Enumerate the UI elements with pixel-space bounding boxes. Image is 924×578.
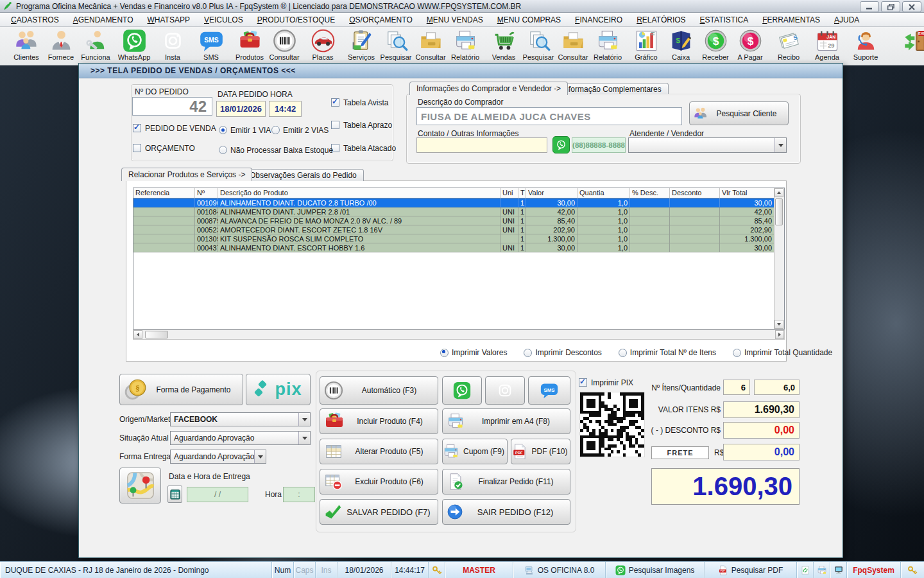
toolbar-relatorio-os[interactable]: Relatório — [448, 28, 483, 62]
order-time-field[interactable]: 14:42 — [269, 101, 302, 117]
status-recycle[interactable] — [797, 562, 814, 578]
status-keys[interactable] — [901, 562, 924, 578]
imprimir-descontos-radio[interactable] — [524, 349, 532, 357]
col-t[interactable]: T — [518, 188, 526, 198]
toolbar-consultar-os[interactable]: Consultar — [413, 28, 448, 62]
imprimir-total-quantidade-option[interactable]: Imprimir Total Quantidade — [733, 348, 832, 357]
tabela-aprazo-checkbox[interactable] — [331, 121, 339, 129]
automatico-button[interactable]: Automático (F3) — [320, 376, 438, 405]
horizontal-scrollbar[interactable] — [133, 329, 785, 340]
nao-processar-radio[interactable] — [219, 146, 227, 154]
status-printer[interactable] — [814, 562, 830, 578]
toolbar-caixa[interactable]: Caixa — [663, 28, 698, 62]
orcamento-checkbox[interactable] — [133, 144, 141, 152]
table-row[interactable]: 000437ALINHAMENTO DIANT. ESCORT HOBBY 1.… — [133, 243, 784, 252]
toolbar-fornecedores[interactable]: Fornece — [44, 28, 78, 62]
col-desconto[interactable]: Desconto — [670, 188, 720, 198]
status-monitor[interactable] — [830, 562, 847, 578]
toolbar-consultar-produto[interactable]: Consultar — [267, 28, 302, 62]
data-entrega-field[interactable]: / / — [187, 487, 248, 502]
toolbar-recibo[interactable]: Recibo — [771, 28, 806, 62]
menu-os-orcamento[interactable]: OS/ORÇAMENTO — [342, 14, 419, 26]
toolbar-grafico[interactable]: Gráfico — [629, 28, 663, 62]
salvar-pedido-button[interactable]: SALVAR PEDIDO (F7) — [320, 499, 438, 525]
table-row[interactable]: 001084ALINHAMENTO DIANT. JUMPER 2.8 /01U… — [133, 207, 784, 216]
scroll-down-arrow[interactable] — [774, 320, 783, 329]
mapa-button[interactable] — [119, 468, 161, 504]
toolbar-sms[interactable]: SMS — [194, 28, 228, 62]
toolbar-whatsapp[interactable]: WhatsApp — [117, 28, 151, 62]
atendente-dropdown[interactable] — [628, 137, 787, 153]
status-pesquisar-imagens[interactable]: Pesquisar Imagens — [606, 562, 705, 578]
toolbar-instagram[interactable]: Insta — [155, 28, 190, 62]
alterar-produto-button[interactable]: Alterar Produto (F5) — [320, 439, 438, 464]
cupom-button[interactable]: Cupom (F9) — [442, 439, 508, 464]
descricao-comprador-field[interactable]: FIUSA DE ALMEIDA JUCA CHAVES — [416, 107, 682, 125]
tab-comprador-vendedor[interactable]: Informações do Comprador e Vendedor -> — [409, 82, 568, 95]
toolbar-placas[interactable]: Placas — [305, 28, 340, 62]
imprimir-descontos-option[interactable]: Imprimir Descontos — [524, 348, 601, 357]
table-row[interactable]: 000523AMORTECEDOR DIANT. ESCORT ZETEC 1.… — [133, 225, 784, 234]
pdf-button[interactable]: PDF (F10) — [511, 439, 570, 464]
toolbar-produtos[interactable]: Produtos — [232, 28, 267, 62]
toolbar-receber[interactable]: Receber — [698, 28, 733, 62]
menu-ferramentas[interactable]: FERRAMENTAS — [755, 14, 827, 26]
menu-vendas[interactable]: MENU VENDAS — [420, 14, 490, 26]
pedido-venda-checkbox[interactable] — [133, 124, 141, 132]
pesquisar-cliente-button[interactable]: Pesquisar Cliente — [689, 101, 789, 125]
calendario-entrega-button[interactable] — [167, 486, 182, 503]
telef one-field[interactable]: (88)88888-8888 — [572, 137, 626, 153]
table-row[interactable]: 001309KIT SUSPENSÃO ROSCA SLIM COMPLETO1… — [133, 234, 784, 243]
tab-observacoes-gerais[interactable]: Observações Gerais do Pedido — [243, 169, 364, 181]
status-pesquisar-pdf[interactable]: Pesquisar PDF — [705, 562, 797, 578]
contato-field[interactable] — [416, 137, 547, 153]
toolbar-consultar-vendas[interactable]: Consultar — [556, 28, 590, 62]
toolbar-clientes[interactable]: Clientes — [9, 28, 44, 62]
incluir-produto-button[interactable]: Incluir Produto (F4) — [320, 408, 438, 434]
col-referencia[interactable]: Referencia — [133, 188, 195, 198]
order-date-field[interactable]: 18/01/2026 — [216, 101, 266, 117]
toolbar-suporte[interactable]: Suporte — [848, 28, 883, 62]
origem-dropdown[interactable]: FACEBOOK — [170, 412, 311, 426]
num-itens-field[interactable]: 6 — [723, 380, 750, 395]
scroll-left-arrow[interactable] — [133, 330, 142, 339]
imprimir-total-itens-option[interactable]: Imprimir Total Nº de Itens — [619, 348, 716, 357]
frete-button[interactable]: FRETE — [651, 446, 709, 459]
enviar-instagram-button[interactable] — [485, 376, 525, 405]
entrega-dropdown[interactable]: Aguardando Aprovação — [170, 450, 266, 464]
restore-button[interactable] — [881, 1, 900, 12]
toolbar-a-pagar[interactable]: A Pagar — [733, 28, 767, 62]
toolbar-servicos[interactable]: Serviços — [344, 28, 379, 62]
scroll-right-arrow[interactable] — [775, 330, 784, 339]
col-quantia[interactable]: Quantia — [578, 188, 630, 198]
menu-ajuda[interactable]: AJUDA — [827, 14, 866, 26]
table-row[interactable]: 000879ALAVANCA DE FREIO DE MAO MONZA 2.0… — [133, 216, 784, 225]
vertical-scrollbar[interactable] — [774, 188, 784, 329]
col-valor[interactable]: Valor — [526, 188, 578, 198]
table-row[interactable]: 001090ALINHAMENTO DIANT. DUCATO 2.8 TURB… — [133, 198, 784, 207]
col-uni[interactable]: Uni — [501, 188, 518, 198]
toolbar-relatorio-vendas[interactable]: Relatório — [590, 28, 625, 62]
menu-financeiro[interactable]: FINANCEIRO — [568, 14, 629, 26]
toolbar-pesquisar-vendas[interactable]: Pesquisar — [521, 28, 556, 62]
situacao-dropdown[interactable]: Aguardando Aprovação — [170, 431, 311, 445]
col-vlr-total[interactable]: Vlr Total — [720, 188, 774, 198]
tabela-avista-checkbox[interactable] — [331, 98, 339, 107]
whatsapp-contato-button[interactable] — [552, 136, 570, 153]
quantidade-field[interactable]: 6,0 — [754, 380, 800, 395]
toolbar-pesquisar-os[interactable]: Pesquisar — [379, 28, 413, 62]
minimize-button[interactable] — [860, 1, 879, 12]
enviar-whatsapp-button[interactable] — [442, 376, 482, 405]
menu-estatistica[interactable]: ESTATISTICA — [693, 14, 756, 26]
imprimir-pix-checkbox[interactable] — [579, 378, 587, 387]
vertical-scroll-thumb[interactable] — [775, 198, 783, 225]
status-key[interactable] — [429, 562, 445, 578]
menu-cadastros[interactable]: CADASTROS — [4, 14, 66, 26]
imprimir-a4-button[interactable]: Imprimir em A4 (F8) — [442, 408, 570, 434]
close-button[interactable] — [902, 1, 921, 12]
desconto-field[interactable]: 0,00 — [723, 422, 800, 439]
toolbar-vendas[interactable]: Vendas — [486, 28, 521, 62]
imprimir-total-itens-radio[interactable] — [619, 349, 627, 357]
horizontal-scroll-thumb[interactable] — [145, 331, 168, 338]
menu-produto-estoque[interactable]: PRODUTO/ESTOQUE — [250, 14, 343, 26]
